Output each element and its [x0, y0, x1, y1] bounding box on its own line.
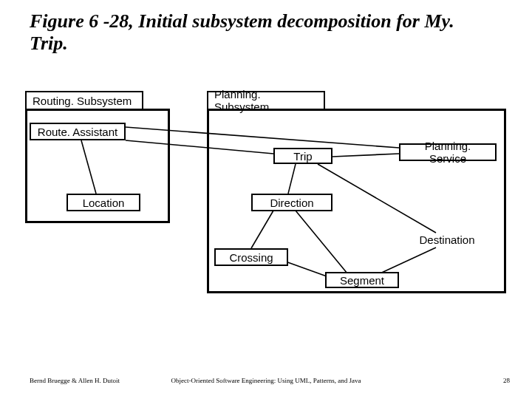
location-class: Location: [66, 194, 140, 211]
segment-label: Segment: [340, 274, 384, 287]
destination-class: Destination: [406, 231, 488, 248]
route-assistant-label: Route. Assistant: [38, 126, 117, 138]
trip-class: Trip: [273, 148, 332, 164]
routing-subsystem-tab: Routing. Subsystem: [25, 91, 143, 109]
route-assistant-class: Route. Assistant: [30, 123, 126, 140]
footer-book-title: Object-Oriented Software Engineering: Us…: [0, 377, 532, 384]
direction-label: Direction: [270, 197, 313, 209]
crossing-class: Crossing: [214, 248, 288, 266]
trip-label: Trip: [293, 150, 312, 163]
planning-service-class: Planning. Service: [399, 143, 497, 161]
planning-service-label: Planning. Service: [405, 140, 491, 165]
slide: Figure 6 -28, Initial subsystem decompos…: [0, 0, 532, 399]
segment-class: Segment: [325, 272, 399, 288]
destination-label: Destination: [419, 233, 474, 246]
planning-subsystem-tab: Planning. Subsystem: [207, 91, 325, 109]
direction-class: Direction: [251, 194, 332, 211]
crossing-label: Crossing: [229, 251, 273, 264]
figure-title: Figure 6 -28, Initial subsystem decompos…: [30, 10, 488, 55]
routing-subsystem-label: Routing. Subsystem: [33, 95, 132, 107]
location-label: Location: [83, 197, 125, 209]
page-number: 28: [503, 377, 510, 384]
